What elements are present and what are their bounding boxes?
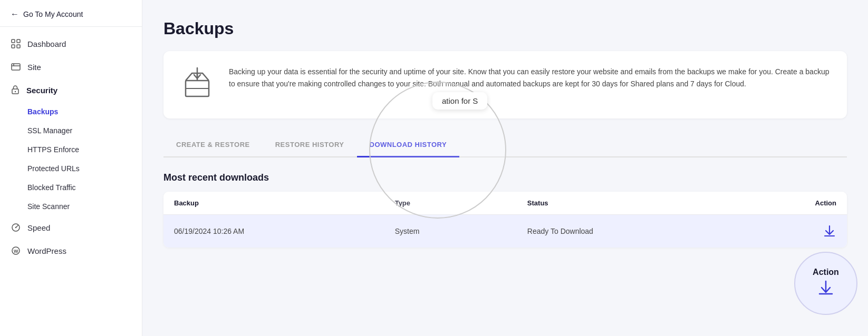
site-icon xyxy=(11,62,21,72)
tabs-row: CREATE & RESTORE RESTORE HISTORY DOWNLOA… xyxy=(163,133,847,157)
sidebar-sub-https-enforce[interactable]: HTTPS Enforce xyxy=(0,140,142,159)
dashboard-icon xyxy=(11,38,21,49)
action-circle-label: Action xyxy=(813,268,839,277)
sidebar-sub-protected-urls[interactable]: Protected URLs xyxy=(0,159,142,178)
td-action xyxy=(726,224,836,238)
sidebar-sub-backups[interactable]: Backups xyxy=(0,102,142,121)
th-action: Action xyxy=(726,199,836,207)
svg-rect-1 xyxy=(17,39,20,43)
info-description: Backing up your data is essential for th… xyxy=(229,66,830,90)
svg-rect-3 xyxy=(17,45,20,48)
sidebar-sub-ssl-manager[interactable]: SSL Manager xyxy=(0,121,142,140)
back-arrow-icon: ← xyxy=(11,9,19,19)
back-label: Go To My Account xyxy=(23,10,83,18)
th-type: Type xyxy=(395,199,527,207)
wordpress-icon: W xyxy=(11,245,21,256)
backup-time: 10:26 AM xyxy=(211,227,244,235)
svg-text:W: W xyxy=(14,249,18,254)
backup-date: 06/19/2024 xyxy=(174,227,211,235)
svg-rect-4 xyxy=(12,64,20,70)
download-button[interactable] xyxy=(823,224,836,238)
sidebar-item-dashboard[interactable]: Dashboard xyxy=(0,32,142,55)
th-backup: Backup xyxy=(174,199,395,207)
tab-restore-history[interactable]: RESTORE HISTORY xyxy=(263,133,357,157)
sidebar-sub-blocked-traffic[interactable]: Blocked Traffic xyxy=(0,178,142,197)
box-icon xyxy=(180,66,214,104)
go-to-my-account-link[interactable]: ← Go To My Account xyxy=(11,9,131,19)
section-title: Most recent downloads xyxy=(163,172,847,183)
tab-download-history[interactable]: DOWNLOAD HISTORY xyxy=(357,133,460,157)
td-status: Ready To Download xyxy=(527,227,726,235)
sidebar-top: ← Go To My Account xyxy=(0,0,142,27)
page-title: Backups xyxy=(163,19,847,38)
td-date: 06/19/2024 10:26 AM xyxy=(174,227,395,235)
action-circle-download-icon[interactable] xyxy=(817,279,834,300)
svg-point-10 xyxy=(15,227,16,228)
speed-icon xyxy=(11,222,21,233)
site-label: Site xyxy=(27,63,41,72)
sidebar-item-speed[interactable]: Speed xyxy=(0,216,142,239)
sidebar-sub-site-scanner[interactable]: Site Scanner xyxy=(0,197,142,216)
sidebar: ← Go To My Account Dashboard xyxy=(0,0,142,336)
svg-rect-0 xyxy=(12,39,15,43)
dashboard-label: Dashboard xyxy=(27,39,66,48)
sidebar-item-wordpress[interactable]: W WordPress xyxy=(0,239,142,262)
action-circle: Action xyxy=(794,252,857,315)
speed-label: Speed xyxy=(27,223,50,232)
sidebar-nav: Dashboard Site Security xyxy=(0,27,142,268)
sidebar-item-security[interactable]: Security xyxy=(0,78,142,102)
downloads-table: Backup Type Status Action 06/19/2024 10:… xyxy=(163,192,847,248)
td-type: System xyxy=(395,227,527,235)
wordpress-label: WordPress xyxy=(27,246,66,255)
svg-rect-2 xyxy=(12,45,15,48)
table-header: Backup Type Status Action xyxy=(163,192,847,215)
th-status: Status xyxy=(527,199,726,207)
table-row: 06/19/2024 10:26 AM System Ready To Down… xyxy=(163,215,847,248)
info-card: Backing up your data is essential for th… xyxy=(163,51,847,118)
svg-point-8 xyxy=(15,91,16,92)
main-content: Backups Backing up your data is essentia… xyxy=(142,0,868,336)
security-label: Security xyxy=(26,86,57,95)
tab-create-restore[interactable]: CREATE & RESTORE xyxy=(163,133,263,157)
sidebar-item-site[interactable]: Site xyxy=(0,55,142,78)
security-lock-icon xyxy=(11,85,20,96)
